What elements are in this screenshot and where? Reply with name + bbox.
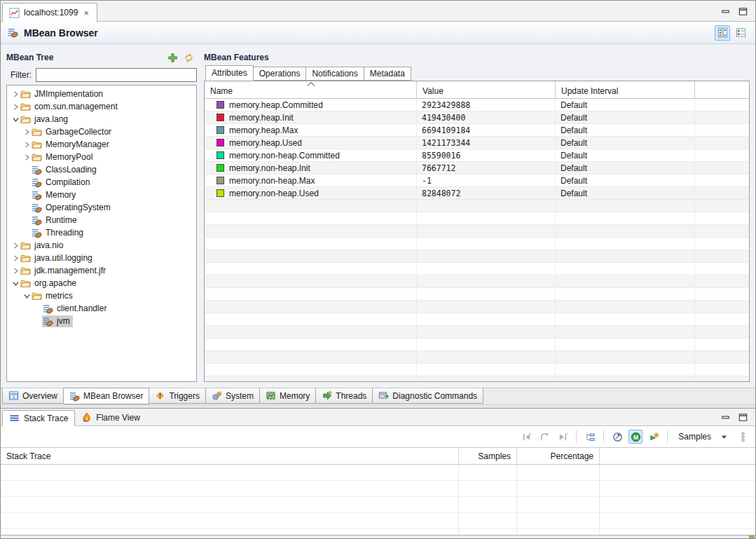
tab-threads[interactable]: Threads: [316, 388, 373, 404]
add-mbean-button[interactable]: [167, 53, 178, 63]
tree-item[interactable]: ClassLoading: [7, 163, 196, 176]
view-menu-button[interactable]: [736, 430, 750, 444]
tree-item[interactable]: MemoryPool: [7, 151, 196, 163]
tab-stack-trace[interactable]: Stack Trace: [2, 410, 75, 426]
chevron-right-icon[interactable]: [13, 268, 19, 274]
tree-item[interactable]: client.handler: [7, 302, 196, 315]
samples-dropdown[interactable]: Samples: [674, 430, 731, 443]
navigate-last-button[interactable]: [556, 430, 570, 444]
close-icon[interactable]: ×: [82, 8, 90, 18]
editor-tab-title: localhost:1099: [24, 8, 78, 18]
table-row[interactable]: memory.heap.Committed 2923429888 Default: [205, 99, 749, 111]
navigate-back-button[interactable]: [537, 430, 551, 444]
feature-tabs: Attributes Operations Notifications Meta…: [204, 65, 750, 81]
vertical-layout-button[interactable]: [715, 25, 730, 41]
column-header-empty: [695, 81, 749, 98]
expand-tree-button[interactable]: [583, 430, 597, 444]
clock-icon: [612, 432, 623, 442]
tab-mbean-browser[interactable]: MBean Browser: [64, 388, 149, 404]
tree-item-selected[interactable]: jvm: [7, 315, 196, 327]
chevron-down-icon[interactable]: [24, 293, 30, 299]
column-header-update-interval[interactable]: Update Interval: [556, 81, 695, 98]
tab-diagnostic-commands[interactable]: Diagnostic Commands: [373, 388, 483, 404]
editor-tab-localhost[interactable]: localhost:1099 ×: [2, 3, 97, 22]
table-row[interactable]: memory.non-heap.Init 7667712 Default: [205, 162, 749, 175]
chevron-right-icon[interactable]: [24, 154, 30, 161]
column-header-stack-trace[interactable]: Stack Trace: [1, 448, 459, 464]
tree-item[interactable]: java.util.logging: [7, 252, 196, 264]
stack-trace-table: Stack Trace Samples Percentage: [1, 447, 755, 535]
tab-triggers[interactable]: Triggers: [149, 388, 206, 404]
series-color-swatch: [217, 177, 224, 184]
chevron-down-icon[interactable]: [13, 280, 19, 287]
method-profiling-button[interactable]: [628, 430, 642, 444]
column-header-value[interactable]: Value: [417, 81, 556, 98]
series-color-swatch: [217, 164, 224, 172]
table-row[interactable]: memory.non-heap.Used 82848072 Default: [205, 187, 749, 200]
tab-notifications[interactable]: Notifications: [306, 67, 364, 81]
maximize-button[interactable]: [738, 412, 748, 423]
thread-settings-button[interactable]: [647, 430, 661, 444]
chevron-right-icon[interactable]: [13, 255, 19, 261]
maximize-button[interactable]: [738, 6, 748, 17]
chevron-right-icon[interactable]: [13, 91, 19, 97]
table-row[interactable]: memory.non-heap.Committed 85590016 Defau…: [205, 149, 749, 162]
folder-icon: [20, 240, 31, 251]
dropdown-arrow-icon: [721, 435, 727, 439]
table-row[interactable]: memory.heap.Used 1421173344 Default: [205, 137, 749, 149]
resize-grip[interactable]: [749, 535, 755, 538]
tree-item[interactable]: GarbageCollector: [7, 125, 196, 138]
tree-item[interactable]: org.apache: [7, 277, 196, 289]
series-color-swatch: [217, 189, 224, 197]
minimize-button[interactable]: [720, 412, 731, 423]
tree-item[interactable]: metrics: [7, 289, 196, 302]
tab-memory[interactable]: Memory: [260, 388, 316, 404]
chevron-right-icon[interactable]: [13, 243, 19, 249]
tab-system[interactable]: System: [206, 388, 260, 404]
stack-trace-panel: Stack Trace Flame View Samples: [1, 408, 755, 535]
nav-last-icon: [558, 432, 568, 442]
folder-icon: [32, 139, 42, 150]
tree-item[interactable]: com.sun.management: [7, 100, 196, 113]
chevron-down-icon[interactable]: [13, 116, 19, 123]
table-row[interactable]: memory.heap.Max 6694109184 Default: [205, 124, 749, 137]
view-menu-dots-icon: [738, 432, 748, 442]
tree-item[interactable]: jdk.management.jfr: [7, 264, 196, 277]
column-header-samples[interactable]: Samples: [459, 448, 517, 464]
status-bar: [1, 535, 755, 538]
stack-trace-window-controls: [720, 412, 755, 425]
tree-item[interactable]: JMImplementation: [7, 88, 196, 100]
table-row[interactable]: memory.heap.Init 419430400 Default: [205, 111, 749, 124]
filter-input[interactable]: [36, 68, 197, 82]
navigate-first-button[interactable]: [519, 430, 533, 444]
tree-item[interactable]: java.lang: [7, 113, 196, 125]
tree-item[interactable]: Memory: [7, 189, 196, 201]
table-row[interactable]: memory.non-heap.Max -1 Default: [205, 175, 749, 187]
chevron-right-icon[interactable]: [24, 129, 30, 135]
tab-overview[interactable]: Overview: [2, 388, 64, 404]
tree-item[interactable]: Threading: [7, 226, 196, 239]
tab-operations[interactable]: Operations: [254, 67, 307, 81]
editor-tabbar: localhost:1099 ×: [1, 1, 755, 22]
tab-attributes[interactable]: Attributes: [205, 65, 254, 81]
series-color-swatch: [217, 126, 224, 134]
minimize-button[interactable]: [720, 6, 731, 17]
chevron-right-icon[interactable]: [13, 104, 19, 110]
tab-flame-view[interactable]: Flame View: [75, 409, 146, 425]
tree-item[interactable]: Runtime: [7, 214, 196, 226]
tree-item[interactable]: OperatingSystem: [7, 201, 196, 214]
gears-icon: [212, 390, 222, 401]
list-layout-button[interactable]: [733, 25, 748, 41]
tab-metadata[interactable]: Metadata: [364, 67, 411, 81]
column-header-percentage[interactable]: Percentage: [517, 448, 600, 464]
column-header-empty: [600, 448, 755, 464]
thread-gear-icon: [649, 432, 659, 442]
refresh-button[interactable]: [184, 53, 194, 63]
folder-icon: [20, 266, 31, 276]
tree-item[interactable]: java.nio: [7, 239, 196, 252]
profiling-clock-button[interactable]: [610, 430, 624, 444]
tree-item[interactable]: Compilation: [7, 176, 196, 189]
mbean-tree: JMImplementation com.sun.management java…: [6, 85, 197, 382]
tree-item[interactable]: MemoryManager: [7, 138, 196, 151]
chevron-right-icon[interactable]: [24, 142, 30, 148]
